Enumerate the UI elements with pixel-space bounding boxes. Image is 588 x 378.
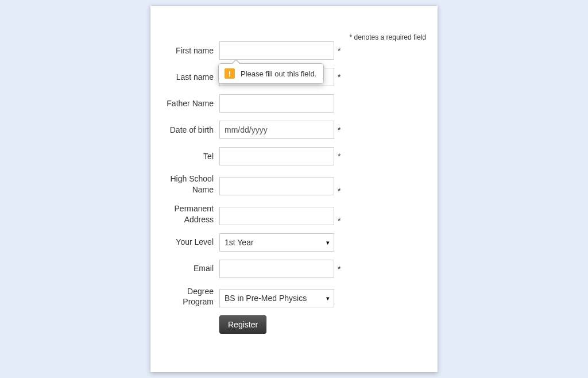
row-level: Your Level 1st Year <box>162 233 426 252</box>
required-star: * <box>334 125 342 134</box>
required-star: * <box>334 216 342 225</box>
dob-input[interactable] <box>219 121 334 139</box>
row-father-name: Father Name <box>162 94 426 113</box>
label-degree: Degree Program <box>162 286 219 308</box>
row-tel: Tel * <box>162 147 426 165</box>
high-school-input[interactable] <box>219 177 334 195</box>
registration-form: First name * Last name * Father Name Dat… <box>162 41 426 334</box>
row-submit: Register <box>162 315 426 334</box>
label-father-name: Father Name <box>162 98 219 109</box>
required-field-note: * denotes a required field <box>350 33 426 41</box>
first-name-input[interactable] <box>219 41 334 60</box>
label-address: Permanent Address <box>162 203 219 225</box>
tel-input[interactable] <box>219 147 334 165</box>
email-input[interactable] <box>219 260 334 278</box>
label-last-name: Last name <box>162 72 219 82</box>
required-star: * <box>334 264 342 273</box>
father-name-input[interactable] <box>219 94 334 113</box>
registration-form-card: * denotes a required field First name * … <box>150 6 438 372</box>
row-degree: Degree Program BS in Pre-Med Physics <box>162 286 426 308</box>
validation-tooltip-text: Please fill out this field. <box>241 70 316 78</box>
label-tel: Tel <box>162 151 219 161</box>
address-input[interactable] <box>219 207 334 225</box>
row-address: Permanent Address * <box>162 203 426 225</box>
label-dob: Date of birth <box>162 125 219 135</box>
required-star: * <box>334 72 342 82</box>
label-email: Email <box>162 263 219 273</box>
warning-icon: ! <box>225 68 235 79</box>
row-email: Email * <box>162 260 426 278</box>
label-level: Your Level <box>162 237 219 247</box>
required-star: * <box>334 46 342 55</box>
label-first-name: First name <box>162 45 219 56</box>
row-dob: Date of birth * <box>162 121 426 139</box>
level-select[interactable]: 1st Year <box>219 233 334 252</box>
degree-select[interactable]: BS in Pre-Med Physics <box>219 289 334 307</box>
label-high-school: High School Name <box>162 173 219 195</box>
required-star: * <box>334 186 342 195</box>
register-button[interactable]: Register <box>219 315 266 334</box>
row-high-school: High School Name * <box>162 173 426 195</box>
required-star: * <box>334 152 342 161</box>
row-first-name: First name * <box>162 41 426 60</box>
validation-tooltip: ! Please fill out this field. <box>218 63 324 84</box>
